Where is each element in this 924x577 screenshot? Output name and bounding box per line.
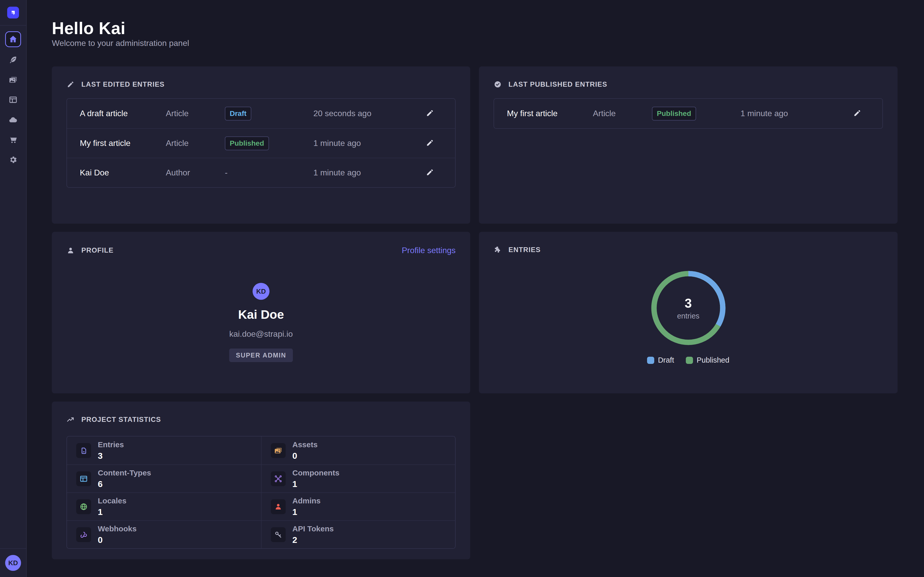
stat-value: 1 (292, 479, 339, 489)
table-row[interactable]: My first article Article Published 1 min… (494, 99, 882, 128)
cart-icon (9, 135, 18, 144)
stat-label: Locales (98, 496, 126, 505)
donut-center-label: 3 entries (651, 271, 725, 345)
entries-donut-chart: 3 entries Draft Published (494, 271, 883, 364)
sidebar-nav (5, 31, 21, 164)
webhooks-icon (76, 527, 91, 542)
stat-label: Admins (292, 496, 321, 505)
table-row[interactable]: Kai Doe Author - 1 minute ago (67, 158, 455, 187)
sidebar: KD (0, 0, 27, 577)
last-published-table: My first article Article Published 1 min… (494, 98, 883, 129)
stat-value: 3 (98, 451, 124, 461)
stat-webhooks: Webhooks 0 (67, 520, 261, 548)
card-header: ENTRIES (494, 246, 883, 254)
entry-time: 20 seconds ago (313, 109, 424, 118)
profile-settings-link[interactable]: Profile settings (402, 246, 456, 255)
strapi-admin-dashboard: KD Hello Kai Welcome to your administrat… (0, 0, 924, 577)
pencil-icon (426, 109, 434, 118)
project-statistics-card: PROJECT STATISTICS Entries 3 Assets 0 Co… (52, 401, 470, 559)
sidebar-item-content-type-builder[interactable] (8, 95, 18, 105)
last-edited-table: A draft article Article Draft 20 seconds… (66, 98, 456, 188)
page-title: Hello Kai (52, 18, 126, 38)
table-row[interactable]: A draft article Article Draft 20 seconds… (67, 99, 455, 128)
profile-body: KD Kai Doe kai.doe@strapi.io SUPER ADMIN (66, 283, 456, 362)
logo-container (0, 0, 26, 26)
person-icon (66, 247, 75, 255)
sidebar-item-home[interactable] (5, 31, 21, 47)
last-edited-entries-card: LAST EDITED ENTRIES A draft article Arti… (52, 66, 470, 224)
user-avatar[interactable]: KD (5, 555, 21, 571)
stat-value: 6 (98, 479, 151, 489)
home-icon (8, 35, 18, 44)
check-circle-icon (494, 80, 502, 89)
status-badge: Draft (225, 107, 251, 121)
edit-entry-button[interactable] (425, 138, 435, 148)
sidebar-item-settings[interactable] (8, 155, 18, 164)
edit-entry-button[interactable] (852, 108, 863, 119)
stat-value: 1 (98, 507, 126, 517)
cloud-icon (9, 115, 18, 124)
profile-card: PROFILE Profile settings KD Kai Doe kai.… (52, 232, 470, 393)
api-tokens-key-icon (271, 527, 286, 542)
published-swatch (686, 357, 693, 364)
statistics-grid: Entries 3 Assets 0 Content-Types 6 Compo… (66, 436, 456, 549)
entry-time: 1 minute ago (740, 109, 851, 118)
draft-swatch (647, 357, 654, 364)
card-title: PROFILE (81, 247, 113, 255)
legend-label: Draft (658, 356, 674, 364)
entry-name: A draft article (80, 109, 166, 118)
profile-email: kai.doe@strapi.io (229, 329, 293, 339)
stat-value: 0 (98, 535, 137, 545)
stat-label: Entries (98, 440, 124, 449)
sidebar-item-marketplace[interactable] (8, 135, 18, 145)
entries-doc-icon (76, 443, 91, 458)
entry-name: My first article (507, 109, 593, 118)
stat-components: Components 1 (261, 464, 455, 492)
entry-name: Kai Doe (80, 168, 166, 177)
stat-assets: Assets 0 (261, 437, 455, 464)
trend-up-icon (66, 416, 75, 424)
card-title: PROJECT STATISTICS (81, 416, 161, 424)
content-types-layout-icon (76, 471, 91, 486)
status-empty: - (225, 168, 313, 177)
stat-admins: Admins 1 (261, 492, 455, 520)
layout-icon (9, 95, 18, 104)
feather-icon (9, 55, 18, 64)
edit-entry-button[interactable] (425, 108, 435, 119)
sidebar-footer: KD (0, 548, 26, 577)
entry-type: Article (593, 109, 652, 118)
card-title: LAST PUBLISHED ENTRIES (509, 81, 607, 89)
stat-value: 2 (292, 535, 334, 545)
components-nodes-icon (271, 471, 286, 486)
sidebar-item-media-library[interactable] (8, 75, 18, 85)
stat-label: API Tokens (292, 524, 334, 533)
stat-value: 1 (292, 507, 321, 517)
edit-entry-button[interactable] (425, 168, 435, 178)
status-badge: Published (225, 137, 269, 150)
card-header: PROFILE Profile settings (66, 246, 456, 255)
entries-total: 3 (685, 296, 692, 311)
sidebar-item-deploy[interactable] (8, 115, 18, 125)
stat-label: Content-Types (98, 469, 151, 477)
sidebar-item-content-manager[interactable] (8, 55, 18, 64)
stat-label: Assets (292, 440, 318, 449)
role-badge: SUPER ADMIN (229, 348, 293, 362)
stat-locales: Locales 1 (67, 492, 261, 520)
images-icon (9, 76, 18, 84)
avatar: KD (252, 283, 270, 300)
legend-item-published: Published (686, 356, 729, 364)
puzzle-icon (494, 246, 502, 254)
table-row[interactable]: My first article Article Published 1 min… (67, 128, 455, 158)
strapi-logo-icon[interactable] (7, 6, 19, 18)
last-published-entries-card: LAST PUBLISHED ENTRIES My first article … (479, 66, 898, 224)
card-title: LAST EDITED ENTRIES (81, 81, 165, 89)
stat-value: 0 (292, 451, 318, 461)
entry-time: 1 minute ago (313, 139, 424, 148)
stat-content-types: Content-Types 6 (67, 464, 261, 492)
chart-legend: Draft Published (647, 356, 729, 364)
legend-label: Published (696, 356, 729, 364)
entry-type: Author (166, 168, 225, 177)
locales-globe-icon (76, 499, 91, 514)
pencil-icon (426, 168, 434, 177)
card-header: PROJECT STATISTICS (66, 416, 456, 424)
